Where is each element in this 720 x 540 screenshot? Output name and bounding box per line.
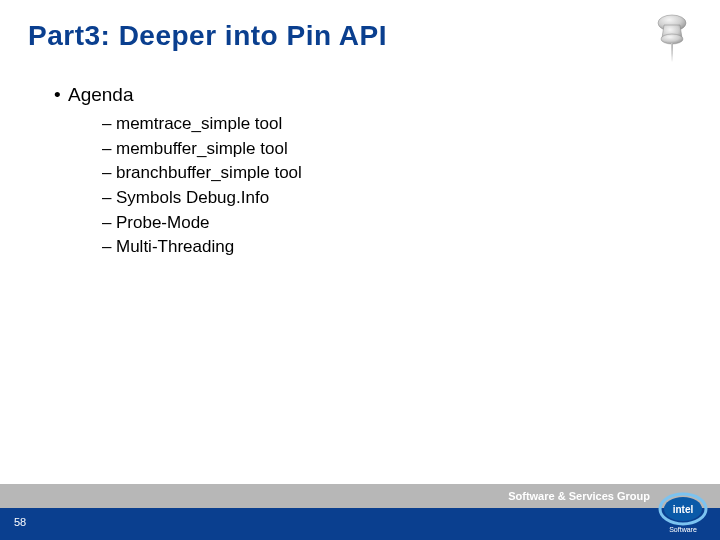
svg-point-1 [661, 34, 683, 44]
agenda-label: Agenda [68, 84, 134, 105]
list-item: branchbuffer_simple tool [102, 161, 680, 186]
page-number: 58 [14, 516, 26, 528]
list-item: membuffer_simple tool [102, 137, 680, 162]
list-item: Multi-Threading [102, 235, 680, 260]
pushpin-icon [642, 8, 702, 68]
content-area: Agenda memtrace_simple tool membuffer_si… [54, 84, 680, 268]
list-item: Symbols Debug.Info [102, 186, 680, 211]
list-item: Probe-Mode [102, 211, 680, 236]
footer-group-text: Software & Services Group [508, 490, 650, 502]
slide: Part3: Deeper into Pin API Agenda [0, 0, 720, 540]
footer: Software & Services Group 58 intel Softw… [0, 484, 720, 540]
logo-text: intel [673, 504, 694, 515]
intel-logo: intel Software [658, 490, 708, 534]
footer-top-bar: Software & Services Group [0, 484, 720, 508]
logo-subtext: Software [669, 526, 697, 533]
agenda-bullet: Agenda memtrace_simple tool membuffer_si… [54, 84, 680, 260]
list-item: memtrace_simple tool [102, 112, 680, 137]
footer-bottom-bar: 58 [0, 508, 720, 540]
slide-title: Part3: Deeper into Pin API [28, 20, 387, 52]
agenda-sub-list: memtrace_simple tool membuffer_simple to… [102, 112, 680, 260]
